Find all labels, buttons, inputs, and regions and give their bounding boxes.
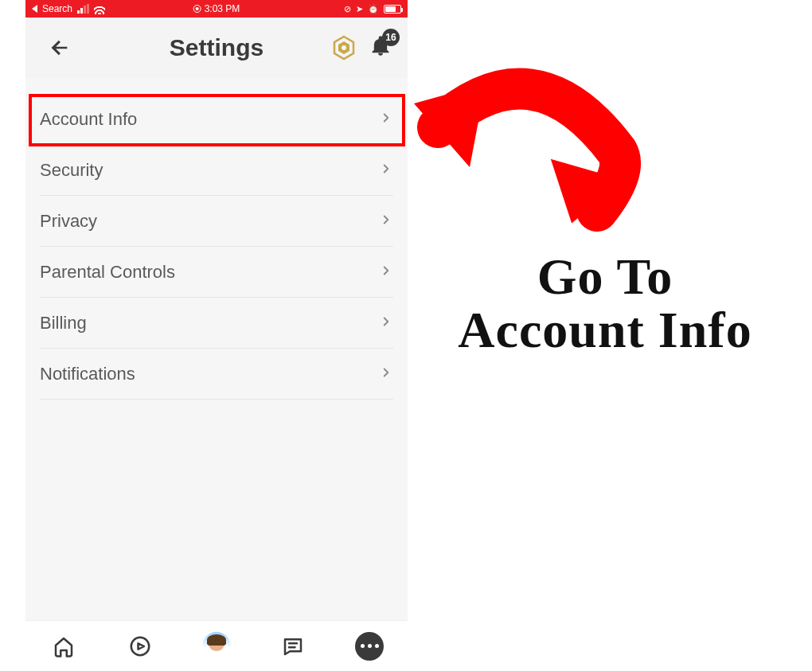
battery-icon (384, 5, 401, 14)
settings-item-billing[interactable]: Billing (40, 298, 393, 349)
settings-item-parental-controls[interactable]: Parental Controls (40, 247, 393, 298)
chevron-right-icon (379, 162, 393, 179)
annotation-overlay: Go To Account Info (414, 56, 796, 357)
chevron-left-icon (49, 37, 71, 59)
chevron-right-icon (379, 213, 393, 230)
more-icon (355, 632, 384, 661)
svg-point-2 (342, 45, 346, 50)
notification-badge: 16 (382, 29, 400, 46)
title-bar: Settings 16 (25, 18, 408, 78)
chat-icon (281, 634, 305, 658)
row-label: Parental Controls (40, 262, 175, 283)
tab-chat[interactable] (279, 632, 307, 661)
settings-item-security[interactable]: Security (40, 145, 393, 196)
row-label: Account Info (40, 109, 137, 130)
status-bar-right: ⊘ ➤ ⏰ (344, 5, 401, 14)
chevron-right-icon (379, 365, 393, 383)
phone-frame: Search 3:03 PM ⊘ ➤ ⏰ Settings 16 (25, 0, 408, 671)
robux-icon[interactable] (331, 35, 357, 60)
tab-more[interactable] (355, 632, 384, 661)
tab-home[interactable] (49, 632, 78, 661)
cellular-signal-icon (77, 4, 89, 14)
back-button[interactable] (48, 36, 72, 60)
svg-point-3 (131, 637, 150, 655)
title-actions: 16 (331, 35, 392, 60)
status-bar: Search 3:03 PM ⊘ ➤ ⏰ (25, 0, 408, 18)
tab-avatar[interactable] (202, 632, 231, 661)
lock-icon: ⊘ (344, 5, 351, 14)
notifications-button[interactable]: 16 (369, 35, 392, 60)
chevron-right-icon (379, 314, 393, 332)
row-label: Billing (40, 313, 87, 334)
play-circle-icon (128, 634, 152, 658)
status-bar-center: 3:03 PM (193, 3, 240, 14)
location-icon: ➤ (356, 5, 363, 14)
avatar-icon (202, 632, 231, 661)
annotation-line2: Account Info (414, 303, 796, 357)
annotation-line1: Go To (414, 250, 796, 303)
status-back-label[interactable]: Search (42, 3, 72, 14)
recording-icon (193, 5, 201, 13)
settings-item-account-info[interactable]: Account Info (40, 94, 393, 145)
curved-arrow-icon (414, 56, 796, 242)
home-icon (52, 634, 76, 658)
settings-list: Account Info Security Privacy Parental C… (25, 78, 408, 620)
settings-item-notifications[interactable]: Notifications (40, 349, 393, 400)
settings-item-privacy[interactable]: Privacy (40, 196, 393, 247)
tab-discover[interactable] (126, 632, 154, 661)
row-label: Notifications (40, 364, 135, 384)
chevron-right-icon (379, 111, 393, 128)
annotation-text: Go To Account Info (414, 250, 796, 357)
back-triangle-icon (32, 5, 37, 13)
row-label: Privacy (40, 211, 97, 232)
status-bar-left: Search (32, 3, 105, 14)
chevron-right-icon (379, 263, 393, 281)
alarm-icon: ⏰ (368, 5, 379, 14)
wifi-icon (94, 3, 105, 14)
bottom-tab-bar (25, 620, 408, 671)
row-label: Security (40, 160, 103, 181)
page-title: Settings (170, 34, 264, 61)
status-time: 3:03 PM (205, 3, 240, 14)
